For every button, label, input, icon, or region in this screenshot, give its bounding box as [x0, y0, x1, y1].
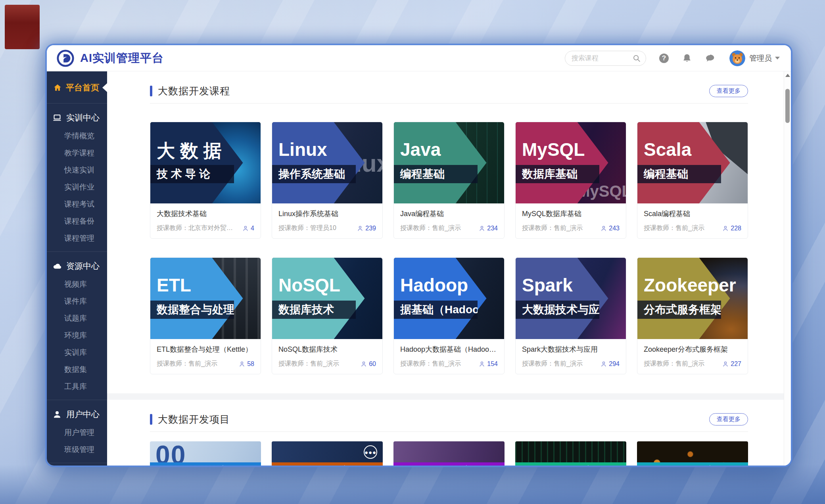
- enrollment-count: 60: [360, 360, 376, 368]
- sidebar-item[interactable]: 用户管理: [47, 424, 107, 441]
- side-subs: 视频库课件库试题库环境库实训库数据集工具库: [47, 276, 107, 395]
- course-card[interactable]: 大 数 据 技 术 导 论 大数据技术基础 授课教师：北京市对外贸易学校教...…: [150, 122, 261, 239]
- user-icon: [52, 410, 62, 419]
- section-separator: [107, 393, 791, 400]
- chat-icon[interactable]: [705, 53, 715, 63]
- sidebar-item[interactable]: 试题库: [47, 310, 107, 327]
- sidebar-item[interactable]: 视频库: [47, 276, 107, 293]
- cover-arrow: [516, 258, 626, 339]
- search-input[interactable]: [572, 54, 632, 62]
- view-more-button[interactable]: 查看更多: [709, 413, 748, 425]
- course-teacher: 授课教师：售前_演示: [522, 224, 597, 232]
- course-title: Linux操作系统基础: [278, 209, 376, 218]
- enrollment-count: 58: [238, 360, 254, 368]
- cover-subtitle: 编程基础: [394, 165, 478, 183]
- cover-arrow: [637, 258, 748, 339]
- desktop-red-patch: [5, 5, 40, 49]
- cover-arrow: [637, 122, 748, 203]
- course-teacher: 授课教师：售前_演示: [400, 360, 475, 368]
- cover-subtitle: 据基础（Hadoop3）: [394, 301, 478, 319]
- sidebar-section: 实训中心 学情概览教学课程快速实训实训作业课程考试课程备份课程管理: [47, 103, 107, 247]
- course-cover: NoSQL 数据库技术: [272, 258, 382, 339]
- course-card[interactable]: Linux Linux 操作系统基础 Linux操作系统基础 授课教师：管理员1…: [272, 122, 383, 239]
- cover-arrow: [394, 122, 504, 203]
- cover-title: Java: [400, 139, 441, 160]
- sidebar-item[interactable]: 课件库: [47, 293, 107, 310]
- cover-title: 大 数 据: [157, 139, 222, 163]
- course-grid: 大 数 据 技 术 导 论 大数据技术基础 授课教师：北京市对外贸易学校教...…: [150, 122, 748, 374]
- sidebar-item[interactable]: 课程管理: [47, 230, 107, 247]
- logo-icon: [56, 49, 75, 67]
- cover-title: Hadoop: [400, 274, 468, 296]
- course-cover: MySQL MySQL 数据库基础: [516, 122, 626, 203]
- course-count: 227: [731, 360, 741, 368]
- sidebar-item[interactable]: 学情概览: [47, 127, 107, 144]
- cover-subtitle: 数据库技术: [272, 301, 356, 319]
- enrollment-count: 4: [242, 225, 254, 232]
- scroll-up-icon[interactable]: [785, 74, 790, 77]
- project-card[interactable]: 大数据开发案例: [637, 441, 748, 466]
- project-grid: 00 大数据开发案例 ●●● 大数据开发案例 大数据开发案例 大数据开发案例 大…: [150, 441, 748, 466]
- project-banner-label: 大数据开发案例: [272, 462, 383, 466]
- cover-subtitle: 操作系统基础: [272, 165, 356, 183]
- course-card-body: Zookeeper分布式服务框架 授课教师：售前_演示 227: [637, 339, 748, 374]
- page-title: AI实训管理平台: [80, 50, 164, 66]
- course-teacher: 授课教师：管理员10: [278, 224, 353, 232]
- sidebar-item-home[interactable]: 平台首页: [47, 77, 107, 98]
- course-card[interactable]: Scala 编程基础 Scala编程基础 授课教师：售前_演示 228: [637, 122, 748, 239]
- sidebar-item[interactable]: 教学课程: [47, 144, 107, 161]
- section-accent-bar: [150, 86, 152, 96]
- scrollbar-thumb[interactable]: [785, 89, 790, 123]
- course-card[interactable]: ETL 数据整合与处理 ETL数据整合与处理（Kettle） 授课教师：售前_演…: [150, 257, 261, 374]
- cover-subtitle: 大数据技术与应用: [516, 301, 599, 319]
- sidebar-section-header[interactable]: 用户中心: [47, 405, 107, 424]
- course-cover: Java 编程基础: [394, 122, 504, 203]
- side-subs: 学情概览教学课程快速实训实训作业课程考试课程备份课程管理: [47, 127, 107, 247]
- section-project-header: 大数据开发项目 查看更多: [150, 412, 748, 427]
- sidebar-item[interactable]: 课程考试: [47, 195, 107, 213]
- course-card[interactable]: MySQL MySQL 数据库基础 MySQL数据库基础 授课教师：售前_演示 …: [515, 122, 626, 239]
- sidebar-item[interactable]: 数据集: [47, 361, 107, 378]
- laptop-icon: [52, 113, 62, 123]
- help-icon[interactable]: ?: [659, 53, 669, 63]
- sidebar-item[interactable]: 快速实训: [47, 161, 107, 178]
- sidebar-item[interactable]: 环境库: [47, 327, 107, 344]
- avatar[interactable]: [729, 50, 745, 66]
- course-card-body: Scala编程基础 授课教师：售前_演示 228: [637, 203, 748, 238]
- course-card[interactable]: Spark 大数据技术与应用 Spark大数据技术与应用 授课教师：售前_演示 …: [515, 257, 626, 374]
- user-name[interactable]: 管理员: [749, 53, 772, 63]
- project-card[interactable]: 00 大数据开发案例: [150, 441, 261, 466]
- course-count: 243: [609, 225, 620, 232]
- sidebar-item[interactable]: 工具库: [47, 378, 107, 395]
- sidebar-item[interactable]: 班级管理: [47, 441, 107, 458]
- person-icon: [722, 360, 729, 368]
- sidebar-item[interactable]: 课程备份: [47, 213, 107, 230]
- course-card[interactable]: Zookeeper 分布式服务框架 Zookeeper分布式服务框架 授课教师：…: [637, 257, 748, 374]
- project-card[interactable]: 大数据开发案例: [393, 441, 505, 466]
- sidebar-item[interactable]: 实训库: [47, 344, 107, 361]
- caret-down-icon[interactable]: [775, 57, 780, 59]
- course-teacher: 授课教师：售前_演示: [522, 360, 597, 368]
- app-window: AI实训管理平台 ? 管理员: [47, 45, 791, 466]
- cloud-icon: [52, 261, 62, 271]
- course-cover: Hadoop 据基础（Hadoop3）: [394, 258, 504, 339]
- course-card[interactable]: NoSQL 数据库技术 NoSQL数据库技术 授课教师：售前_演示 60: [272, 257, 383, 374]
- sidebar-section-header[interactable]: 资源中心: [47, 257, 107, 276]
- search-icon[interactable]: [632, 54, 641, 63]
- sidebar-section-header[interactable]: 实训中心: [47, 108, 107, 127]
- course-card[interactable]: Hadoop 据基础（Hadoop3） Hadoop大数据基础（Hadoop3）…: [393, 257, 505, 374]
- course-count: 60: [369, 360, 376, 368]
- enrollment-count: 227: [722, 360, 741, 368]
- cover-title: Linux: [278, 139, 327, 160]
- section-title: 大数据开发课程: [158, 84, 230, 98]
- bell-icon[interactable]: [682, 53, 692, 63]
- course-count: 294: [609, 360, 620, 368]
- sidebar-section: 用户中心 用户管理班级管理: [47, 400, 107, 458]
- view-more-button[interactable]: 查看更多: [709, 85, 748, 97]
- project-card[interactable]: ●●● 大数据开发案例: [272, 441, 383, 466]
- course-card[interactable]: Java 编程基础 Java编程基础 授课教师：售前_演示 234: [393, 122, 505, 239]
- app-header: AI实训管理平台 ? 管理员: [47, 45, 791, 71]
- course-title: Hadoop大数据基础（Hadoop3）: [400, 345, 498, 354]
- project-card[interactable]: 大数据开发案例: [515, 441, 626, 466]
- sidebar-item[interactable]: 实训作业: [47, 178, 107, 195]
